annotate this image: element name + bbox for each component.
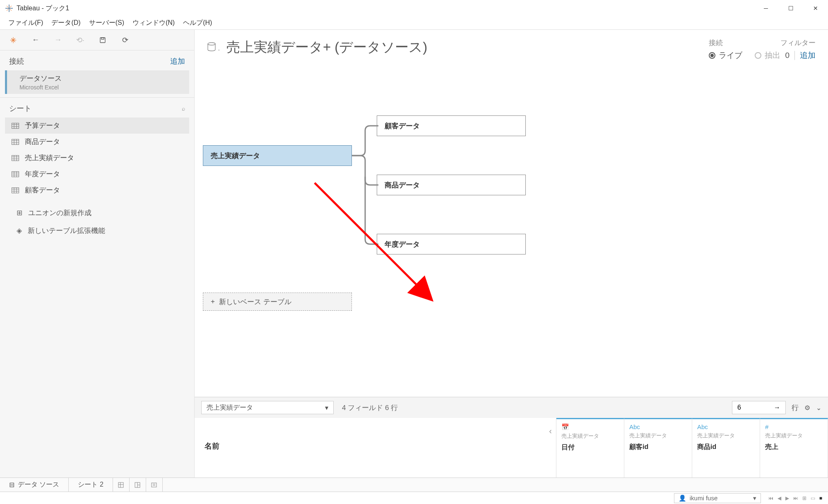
arrow-right-icon: → <box>774 404 780 411</box>
new-union[interactable]: ⊞ ユニオンの新規作成 <box>5 204 189 222</box>
sheet-label: 商品データ <box>25 137 60 146</box>
view1-icon[interactable]: ▭ <box>811 495 815 501</box>
datasource-tab-icon: ⊟ <box>9 481 14 489</box>
new-extension[interactable]: ◈ 新しいテーブル拡張機能 <box>5 222 189 240</box>
sheet-label: 売上実績データ <box>25 153 74 163</box>
bottom-tabs: ⊟ データ ソース シート 2 <box>0 478 828 492</box>
refresh-icon[interactable]: ⟳ <box>120 36 130 45</box>
connection-name: データソース <box>19 74 181 83</box>
sheet-item[interactable]: 商品データ <box>5 134 189 150</box>
new-story-icon[interactable] <box>146 478 163 492</box>
preview-table-select[interactable]: 売上実績データ ▾ <box>201 401 334 414</box>
preview-field-count: 4 フィールド 6 行 <box>342 403 398 413</box>
svg-rect-11 <box>101 38 104 39</box>
plus-icon: + <box>211 298 215 306</box>
extract-radio[interactable]: 抽出 <box>755 50 780 61</box>
grid-icon[interactable]: ⊞ <box>802 495 806 501</box>
string-type-icon: Abc <box>697 423 755 430</box>
maximize-button[interactable]: ☐ <box>778 0 803 17</box>
date-type-icon: 📅 <box>561 423 619 431</box>
svg-line-5 <box>10 9 12 11</box>
svg-line-2 <box>7 6 8 7</box>
union-icon: ⊞ <box>17 209 22 217</box>
svg-rect-22 <box>12 155 19 161</box>
sheet-label: 顧客データ <box>25 185 60 195</box>
svg-rect-10 <box>100 38 105 43</box>
search-icon[interactable]: ⌕ <box>182 105 185 112</box>
divider <box>794 51 795 60</box>
menu-data[interactable]: データ(D) <box>47 17 84 29</box>
status-bar: 👤ikumi fuse ▾ ⏮ ◀ ▶ ⏭ ⊞ ▭ ■ <box>0 492 828 504</box>
rows-input[interactable]: 6 → <box>732 401 786 414</box>
table-icon <box>12 155 19 161</box>
prev-icon[interactable]: ◀ <box>777 495 781 501</box>
minimize-button[interactable]: ─ <box>753 0 778 17</box>
sheet-label: 年度データ <box>25 169 60 179</box>
menu-file[interactable]: ファイル(F) <box>4 17 47 29</box>
table-icon <box>12 187 19 193</box>
sheet-item[interactable]: 予算データ <box>5 118 189 134</box>
relation-canvas[interactable]: 売上実績データ 顧客データ 商品データ 年度データ + 新しいベース テーブル <box>195 65 828 397</box>
sheets-label: シート <box>9 103 31 113</box>
preview-column[interactable]: 📅 売上実績データ 日付 <box>556 418 624 478</box>
new-dashboard-icon[interactable] <box>130 478 146 492</box>
sheet-item[interactable]: 顧客データ <box>5 182 189 198</box>
preview-column[interactable]: Abc 売上実績データ 顧客id <box>624 418 692 478</box>
menu-help[interactable]: ヘルプ(H) <box>179 17 216 29</box>
first-icon[interactable]: ⏮ <box>768 495 773 501</box>
sheet-label: 予算データ <box>25 121 60 130</box>
add-filter-link[interactable]: 追加 <box>800 50 816 61</box>
related-table-node[interactable]: 年度データ <box>377 234 526 254</box>
connection-mode-label: 接続 <box>709 38 780 48</box>
forward-icon[interactable]: → <box>53 36 63 44</box>
root-table-node[interactable]: 売上実績データ <box>203 145 352 166</box>
connection-item[interactable]: データソース Microsoft Excel <box>5 70 189 94</box>
menu-window[interactable]: ウィンドウ(N) <box>128 17 179 29</box>
back-icon[interactable]: ← <box>31 36 41 44</box>
add-connection-link[interactable]: 追加 <box>170 56 185 66</box>
preview-column[interactable]: Abc 売上実績データ 商品id <box>692 418 760 478</box>
new-base-table-dropzone[interactable]: + 新しいベース テーブル <box>203 293 352 311</box>
window-title: Tableau - ブック1 <box>17 4 69 13</box>
datasource-icon: · <box>207 42 220 54</box>
menu-server[interactable]: サーバー(S) <box>85 17 128 29</box>
sidebar-toolbar: ← → ⟲· ⟳ <box>0 30 194 50</box>
view2-icon[interactable]: ■ <box>819 495 822 501</box>
gear-icon[interactable]: ⚙ <box>804 404 810 412</box>
chevron-down-icon[interactable]: ⌄ <box>816 404 821 412</box>
table-icon <box>12 123 19 129</box>
related-table-node[interactable]: 顧客データ <box>377 115 526 136</box>
chevron-down-icon: ▾ <box>325 404 328 412</box>
undo-redo-icon[interactable]: ⟲· <box>75 36 85 45</box>
next-icon[interactable]: ▶ <box>785 495 789 501</box>
tab-datasource[interactable]: ⊟ データ ソース <box>0 478 69 492</box>
number-type-icon: # <box>765 423 823 430</box>
svg-line-3 <box>10 6 12 7</box>
connection-type: Microsoft Excel <box>19 84 181 91</box>
tab-sheet[interactable]: シート 2 <box>69 478 113 492</box>
close-button[interactable]: ✕ <box>803 0 828 17</box>
table-icon <box>12 171 19 177</box>
sheet-item[interactable]: 年度データ <box>5 166 189 182</box>
svg-rect-27 <box>12 171 19 177</box>
filter-count: 0 <box>785 51 789 60</box>
chevron-left-icon[interactable]: ‹ <box>549 426 552 436</box>
menu-bar: ファイル(F) データ(D) サーバー(S) ウィンドウ(N) ヘルプ(H) <box>0 17 828 30</box>
user-icon: 👤 <box>679 494 686 502</box>
live-radio[interactable]: ライブ <box>709 50 742 61</box>
nav-controls: ⏮ ◀ ▶ ⏭ ⊞ ▭ ■ <box>768 495 822 501</box>
chevron-down-icon: ▾ <box>753 494 756 502</box>
save-icon[interactable] <box>98 37 108 43</box>
new-worksheet-icon[interactable] <box>113 478 130 492</box>
datasource-title[interactable]: 売上実績データ+ (データソース) <box>226 38 692 57</box>
tableau-icon[interactable] <box>8 36 18 44</box>
sheet-item[interactable]: 売上実績データ <box>5 150 189 166</box>
preview-column[interactable]: # 売上実績データ 売上 <box>760 418 828 478</box>
svg-rect-32 <box>12 187 19 193</box>
name-column-header: 名前 <box>205 441 546 451</box>
left-sidebar: ← → ⟲· ⟳ 接続 追加 データソース Microsoft Excel シー… <box>0 30 195 478</box>
related-table-node[interactable]: 商品データ <box>377 175 526 195</box>
last-icon[interactable]: ⏭ <box>793 495 798 501</box>
data-preview: 売上実績データ ▾ 4 フィールド 6 行 6 → 行 ⚙ ⌄ ‹ 名前 <box>195 397 828 478</box>
user-dropdown[interactable]: 👤ikumi fuse ▾ <box>674 493 761 503</box>
